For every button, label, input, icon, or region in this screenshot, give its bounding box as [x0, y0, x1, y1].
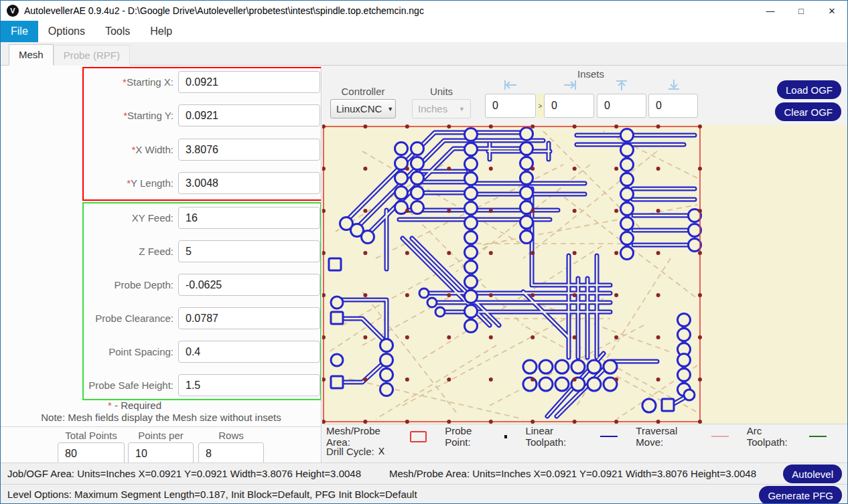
maximize-button[interactable]: □ — [786, 1, 817, 21]
inset-right-icon — [562, 79, 578, 91]
status-bar-options: Level Options: Maximum Segment Length=0.… — [1, 484, 847, 504]
inset-separator: > — [537, 94, 544, 118]
menu-tools[interactable]: Tools — [95, 21, 140, 42]
app-window: V AutolevellerAE 0.9.4u2 - D:\Google Dri… — [0, 0, 848, 504]
tab-bar: Mesh Probe (RPF) — [1, 42, 847, 66]
app-icon: V — [7, 5, 19, 17]
minimize-button[interactable]: — — [755, 1, 786, 21]
total-points-header: Total Points — [58, 430, 125, 441]
tab-probe-rpf[interactable]: Probe (RPF) — [54, 45, 130, 66]
insets-label: Insets — [567, 68, 614, 80]
linear-toolpath-marker — [600, 436, 618, 437]
inset-bottom-input[interactable] — [648, 94, 698, 118]
mesh-note: Note: Mesh fields display the Mesh size … — [1, 412, 322, 423]
arc-toolpath-marker — [809, 436, 827, 437]
pcb-preview — [322, 124, 848, 424]
tab-mesh[interactable]: Mesh — [9, 44, 54, 66]
y-length-input[interactable] — [178, 172, 320, 194]
units-dropdown[interactable]: Inches▼ — [412, 99, 471, 118]
z-feed-label: Z Feed: — [1, 240, 173, 263]
legend-drill-cycle-label: Drill Cycle: — [326, 446, 374, 457]
xy-feed-label: XY Feed: — [1, 207, 173, 230]
pcb-legend: Mesh/Probe Area: Probe Point: Linear Too… — [322, 424, 848, 463]
traversal-move-marker — [711, 436, 729, 437]
starting-y-label: *Starting Y: — [1, 104, 173, 127]
inset-left-icon — [502, 79, 518, 91]
y-length-label: *Y Length: — [1, 172, 173, 195]
title-bar: V AutolevellerAE 0.9.4u2 - D:\Google Dri… — [1, 1, 847, 21]
point-spacing-label: Point Spacing: — [1, 341, 173, 363]
probe-clearance-input[interactable] — [178, 307, 320, 329]
status-bar-areas: Job/OGF Area: Units=Inches X=0.0921 Y=0.… — [1, 463, 847, 484]
probe-point-marker — [504, 435, 508, 438]
pcb-canvas — [322, 124, 848, 424]
inset-top-input[interactable] — [597, 94, 646, 118]
point-spacing-input[interactable] — [178, 341, 320, 363]
inset-bottom-icon — [666, 79, 682, 91]
menu-file[interactable]: File — [1, 21, 38, 42]
close-button[interactable]: ✕ — [817, 1, 847, 21]
menu-bar: File Options Tools Help — [1, 21, 847, 42]
xy-feed-input[interactable] — [178, 207, 320, 229]
probe-clearance-label: Probe Clearance: — [1, 307, 173, 330]
clear-ogf-button[interactable]: Clear OGF — [775, 102, 841, 121]
legend-linear-toolpath-label: Linear Toolpath: — [525, 425, 595, 448]
preview-panel: Controller LinuxCNC▼ Units Inches▼ Inset… — [322, 66, 848, 463]
x-width-input[interactable] — [178, 139, 320, 161]
probe-depth-input[interactable] — [178, 274, 320, 296]
load-ogf-button[interactable]: Load OGF — [777, 80, 841, 99]
points-separator — [1, 426, 322, 427]
points-per-row-input[interactable] — [128, 442, 194, 463]
total-points-input[interactable] — [58, 442, 125, 463]
x-width-label: *X Width: — [1, 139, 173, 161]
rows-header: Rows — [198, 430, 264, 441]
menu-options[interactable]: Options — [38, 21, 95, 42]
legend-arc-toolpath-label: Arc Toolpath: — [747, 425, 804, 448]
starting-x-input[interactable] — [178, 71, 320, 93]
level-options-text: Level Options: Maximum Segment Length=0.… — [7, 489, 417, 500]
main-content: *Starting X: *Starting Y: *X Width: *Y L… — [1, 66, 847, 463]
controller-label: Controller — [330, 86, 396, 97]
window-title: AutolevellerAE 0.9.4u2 - D:\Google Drive… — [24, 5, 424, 16]
units-label: Units — [412, 86, 471, 97]
menu-help[interactable]: Help — [140, 21, 182, 42]
probe-safe-height-label: Probe Safe Height: — [1, 374, 173, 397]
probe-depth-label: Probe Depth: — [1, 274, 173, 297]
legend-probe-point-label: Probe Point: — [445, 425, 498, 448]
mesh-form-panel: *Starting X: *Starting Y: *X Width: *Y L… — [1, 66, 322, 463]
chevron-down-icon: ▼ — [387, 106, 393, 112]
probe-safe-height-input[interactable] — [178, 374, 320, 396]
generate-pfg-button[interactable]: Generate PFG — [759, 486, 842, 504]
starting-x-label: *Starting X: — [1, 71, 173, 94]
legend-mesh-area-label: Mesh/Probe Area: — [326, 425, 405, 448]
optional-fields-group — [82, 202, 322, 400]
required-note: * - Required — [108, 400, 228, 411]
legend-traversal-move-label: Traversal Move: — [636, 425, 705, 448]
mesh-area-marker — [410, 431, 427, 442]
ogf-control-strip: Controller LinuxCNC▼ Units Inches▼ Inset… — [322, 66, 848, 124]
controller-dropdown[interactable]: LinuxCNC▼ — [330, 99, 396, 118]
inset-right-input[interactable] — [544, 94, 594, 118]
inset-left-input[interactable] — [485, 94, 536, 118]
inset-top-icon — [614, 79, 630, 91]
mesh-probe-area-text: Mesh/Probe Area: Units=Inches X=0.0921 Y… — [389, 468, 756, 479]
chevron-down-icon: ▼ — [459, 106, 465, 112]
autolevel-button[interactable]: Autolevel — [783, 465, 842, 483]
rows-input[interactable] — [198, 442, 264, 463]
job-ogf-area-text: Job/OGF Area: Units=Inches X=0.0921 Y=0.… — [7, 468, 361, 479]
z-feed-input[interactable] — [178, 240, 320, 262]
starting-y-input[interactable] — [178, 104, 320, 127]
drill-cycle-marker: X — [378, 446, 384, 456]
